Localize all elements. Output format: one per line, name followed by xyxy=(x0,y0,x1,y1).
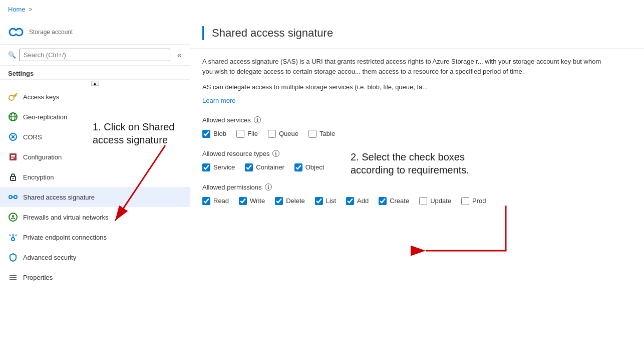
key-icon xyxy=(8,92,18,102)
collapse-sidebar-button[interactable]: « xyxy=(177,51,182,60)
list-checkbox-item[interactable]: List xyxy=(315,197,336,205)
create-checkbox[interactable] xyxy=(379,197,387,205)
allowed-services-info-icon[interactable]: ℹ xyxy=(254,116,261,123)
home-link[interactable]: Home xyxy=(8,6,26,13)
allowed-resource-types-info-icon[interactable]: ℹ xyxy=(272,150,279,157)
properties-label: Properties xyxy=(23,274,53,281)
container-checkbox-item[interactable]: Container xyxy=(245,163,284,171)
delete-checkbox-item[interactable]: Delete xyxy=(275,197,305,205)
blob-checkbox[interactable] xyxy=(202,130,210,138)
sidebar-item-geo-replication[interactable]: Geo-replication xyxy=(0,107,190,127)
allowed-permissions-section: Allowed permissions ℹ Read Write xyxy=(202,184,632,205)
file-checkbox-item[interactable]: File xyxy=(236,130,258,138)
scroll-up-button[interactable]: ▲ xyxy=(91,81,99,86)
content-body: A shared access signature (SAS) is a URI… xyxy=(190,49,644,364)
allowed-resource-types-checkboxes: Service Container Object xyxy=(202,163,632,171)
search-input[interactable] xyxy=(19,49,170,61)
endpoint-icon xyxy=(8,232,18,242)
search-bar: 🔍 « xyxy=(0,45,190,66)
object-checkbox-item[interactable]: Object xyxy=(294,163,325,171)
svg-rect-2 xyxy=(13,31,19,34)
table-checkbox-item[interactable]: Table xyxy=(308,130,335,138)
svg-rect-12 xyxy=(11,155,15,156)
blob-label: Blob xyxy=(213,130,226,137)
allowed-permissions-checkboxes: Read Write Delete List xyxy=(202,197,632,205)
delete-label: Delete xyxy=(286,197,305,205)
table-checkbox[interactable] xyxy=(308,130,316,138)
queue-checkbox-item[interactable]: Queue xyxy=(268,130,298,138)
read-checkbox-item[interactable]: Read xyxy=(202,197,229,205)
sidebar-item-configuration[interactable]: Configuration xyxy=(0,147,190,167)
list-checkbox[interactable] xyxy=(315,197,323,205)
search-icon: 🔍 xyxy=(8,51,16,59)
sidebar-nav: Access keys Geo-replication CORS xyxy=(0,87,190,364)
sidebar: Storage account 🔍 « Settings ▲ xyxy=(0,18,190,364)
object-checkbox[interactable] xyxy=(294,163,302,171)
sidebar-item-advanced-security[interactable]: Advanced security xyxy=(0,247,190,267)
main-content: Shared access signature A shared access … xyxy=(190,18,644,364)
config-icon xyxy=(8,152,18,162)
access-keys-label: Access keys xyxy=(23,93,59,101)
breadcrumb: Home > xyxy=(0,0,644,18)
allowed-permissions-title: Allowed permissions ℹ xyxy=(202,184,632,191)
write-checkbox[interactable] xyxy=(239,197,247,205)
private-endpoint-label: Private endpoint connections xyxy=(23,234,107,241)
prod-label: Prod xyxy=(472,197,486,205)
add-checkbox-item[interactable]: Add xyxy=(346,197,369,205)
service-checkbox-item[interactable]: Service xyxy=(202,163,235,171)
prod-checkbox-item[interactable]: Prod xyxy=(461,197,486,205)
svg-rect-24 xyxy=(10,277,17,278)
sidebar-item-firewalls[interactable]: Firewalls and virtual networks xyxy=(0,207,190,227)
allowed-permissions-info-icon[interactable]: ℹ xyxy=(265,184,272,191)
container-label: Container xyxy=(256,163,284,171)
allowed-services-checkboxes: Blob File Queue Table xyxy=(202,130,632,138)
sidebar-item-cors[interactable]: CORS xyxy=(0,127,190,147)
file-label: File xyxy=(247,130,258,137)
allowed-resource-types-section: Allowed resource types ℹ Service Contain… xyxy=(202,150,632,171)
allowed-services-title: Allowed services ℹ xyxy=(202,116,632,124)
lock-icon xyxy=(8,172,18,182)
sidebar-item-access-keys[interactable]: Access keys xyxy=(0,87,190,107)
description-text-2: AS can delegate access to multiple stora… xyxy=(202,82,603,92)
shared-access-icon xyxy=(8,192,18,202)
sidebar-item-shared-access-signature[interactable]: Shared access signature xyxy=(0,187,190,207)
container-checkbox[interactable] xyxy=(245,163,253,171)
advanced-security-label: Advanced security xyxy=(23,254,76,261)
update-checkbox[interactable] xyxy=(419,197,427,205)
sidebar-header: Storage account xyxy=(0,18,190,45)
update-label: Update xyxy=(430,197,451,205)
delete-checkbox[interactable] xyxy=(275,197,283,205)
sidebar-subtitle: Storage account xyxy=(29,29,73,36)
add-checkbox[interactable] xyxy=(346,197,354,205)
page-title-bar: Shared access signature xyxy=(190,18,644,49)
firewall-icon xyxy=(8,212,18,222)
queue-checkbox[interactable] xyxy=(268,130,276,138)
allowed-resource-types-title: Allowed resource types ℹ xyxy=(202,150,632,157)
page-title: Shared access signature xyxy=(212,27,333,40)
sidebar-item-encryption[interactable]: Encryption xyxy=(0,167,190,187)
cors-label: CORS xyxy=(23,133,42,141)
write-checkbox-item[interactable]: Write xyxy=(239,197,265,205)
write-label: Write xyxy=(250,197,265,205)
geo-replication-label: Geo-replication xyxy=(23,113,67,121)
blob-checkbox-item[interactable]: Blob xyxy=(202,130,226,138)
sidebar-item-private-endpoint[interactable]: Private endpoint connections xyxy=(0,227,190,247)
file-checkbox[interactable] xyxy=(236,130,244,138)
prod-checkbox[interactable] xyxy=(461,197,469,205)
table-label: Table xyxy=(319,130,335,137)
service-checkbox[interactable] xyxy=(202,163,210,171)
list-label: List xyxy=(326,197,336,205)
svg-point-16 xyxy=(13,178,14,179)
configuration-label: Configuration xyxy=(23,153,62,161)
description-text: A shared access signature (SAS) is a URI… xyxy=(202,57,603,76)
sidebar-item-properties[interactable]: Properties xyxy=(0,267,190,287)
storage-account-icon xyxy=(8,24,24,40)
svg-point-21 xyxy=(12,215,14,217)
properties-icon xyxy=(8,272,18,282)
learn-more-link[interactable]: Learn more xyxy=(202,97,235,104)
read-label: Read xyxy=(213,197,229,205)
update-checkbox-item[interactable]: Update xyxy=(419,197,451,205)
create-checkbox-item[interactable]: Create xyxy=(379,197,409,205)
add-label: Add xyxy=(357,197,369,205)
read-checkbox[interactable] xyxy=(202,197,210,205)
